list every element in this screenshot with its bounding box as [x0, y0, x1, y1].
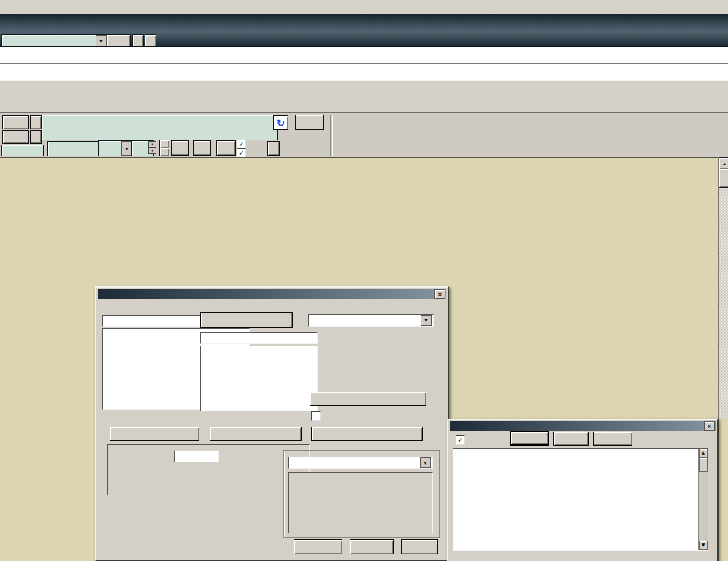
- gm2-support-select[interactable]: ▼: [288, 457, 433, 469]
- midi-output-listbox[interactable]: [200, 346, 318, 411]
- tempo-stepper[interactable]: ▲▼: [148, 141, 156, 154]
- driver-latency-input[interactable]: [174, 451, 219, 462]
- gm2-support-group: ▼: [283, 450, 440, 538]
- channel-instrument-panel: ▼: [0, 14, 728, 46]
- menu-bar: [0, 0, 728, 15]
- close-icon[interactable]: ×: [704, 421, 715, 431]
- close-button[interactable]: [510, 431, 549, 446]
- help-button[interactable]: [401, 539, 438, 554]
- chevron-down-icon[interactable]: ▼: [96, 35, 107, 47]
- memo-dialog-titlebar[interactable]: ×: [450, 421, 716, 431]
- memo-text[interactable]: [457, 451, 696, 549]
- tempo-equals-button[interactable]: [159, 148, 169, 156]
- song-style-panel: ↻ ▼ ▲▼ ✓ ✓: [0, 113, 728, 158]
- use-dxi-synth-checkbox[interactable]: [311, 411, 324, 421]
- auto-open-checkbox[interactable]: ✓: [456, 435, 469, 445]
- chevron-down-icon[interactable]: ▼: [121, 141, 132, 156]
- midi-output-field[interactable]: [200, 332, 318, 344]
- update-button[interactable]: [593, 432, 632, 446]
- driver-latency-group: [107, 444, 310, 495]
- bar-from-button[interactable]: [171, 140, 189, 156]
- piano-keyboard-upper[interactable]: [0, 46, 728, 63]
- get-patch-drum-kit-info-button[interactable]: [310, 392, 426, 406]
- song-button[interactable]: [2, 115, 29, 129]
- style-blank-field[interactable]: [1, 145, 44, 156]
- scrollbar-thumb[interactable]: [719, 169, 728, 188]
- memo-help-button[interactable]: [553, 432, 589, 446]
- bar-to-button[interactable]: [193, 140, 211, 156]
- synthesizer-select[interactable]: ▼: [308, 314, 434, 327]
- midi-dialog-titlebar[interactable]: ×: [98, 289, 446, 299]
- style-f-button[interactable]: [30, 130, 42, 144]
- get-output-driver-info-button[interactable]: [210, 427, 302, 441]
- run-driver-wizard-button[interactable]: [200, 312, 293, 328]
- refresh-icon[interactable]: ↻: [273, 115, 288, 130]
- band-in-a-box-window: ▼ ↻ ▼ ▲▼ ✓: [0, 0, 728, 561]
- chevron-down-icon[interactable]: ▼: [420, 457, 431, 468]
- memo-scrollbar[interactable]: ▲ ▼: [698, 449, 708, 550]
- style-name-box[interactable]: [47, 141, 101, 156]
- dxi-synth-settings-button: [311, 427, 423, 441]
- scroll-up-icon[interactable]: ▲: [719, 157, 728, 169]
- chevron-down-icon[interactable]: ▼: [421, 315, 432, 326]
- main-toolbar: [0, 80, 728, 113]
- ok-button[interactable]: [294, 539, 342, 554]
- midi-driver-setup-dialog: × ▼: [95, 286, 449, 561]
- style-button[interactable]: [2, 130, 29, 144]
- memo-text-area[interactable]: ▲ ▼: [453, 448, 708, 551]
- memo-button[interactable]: [295, 115, 324, 130]
- piano-keyboard-lower[interactable]: [0, 63, 728, 81]
- scroll-down-icon[interactable]: ▼: [699, 541, 708, 550]
- key-select[interactable]: ▼: [98, 140, 135, 156]
- gm2-note-box: [288, 472, 433, 533]
- get-input-driver-info-button[interactable]: [110, 427, 199, 441]
- auto-open-checkbox-box[interactable]: ✓: [456, 435, 465, 445]
- song-f-button[interactable]: [30, 115, 42, 129]
- scrollbar-thumb[interactable]: [699, 457, 708, 472]
- use-dxi-checkbox-box[interactable]: [311, 411, 321, 421]
- song-memo-dialog: × ✓ ▲ ▼: [447, 419, 719, 561]
- s-button[interactable]: [267, 141, 280, 156]
- cancel-button[interactable]: [350, 539, 394, 554]
- song-title-field[interactable]: [42, 115, 278, 140]
- panel-divider: [330, 115, 333, 156]
- close-icon[interactable]: ×: [434, 289, 445, 299]
- sheet-scrollbar[interactable]: ▲: [718, 157, 728, 419]
- chorus-count-button[interactable]: [216, 140, 236, 156]
